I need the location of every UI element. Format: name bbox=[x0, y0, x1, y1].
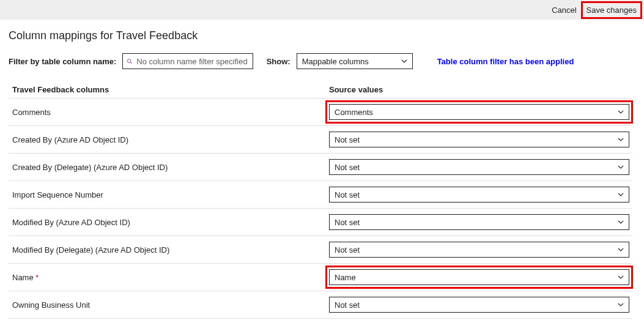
chevron-down-icon bbox=[618, 136, 624, 143]
row-select-wrap: Name bbox=[329, 269, 632, 285]
table-row: CommentsComments bbox=[9, 99, 632, 126]
source-value-select[interactable]: Not set bbox=[329, 214, 629, 230]
chevron-down-icon bbox=[401, 58, 407, 64]
filter-placeholder: No column name filter specified bbox=[136, 57, 247, 66]
svg-line-1 bbox=[131, 62, 133, 64]
show-label: Show: bbox=[267, 57, 291, 66]
row-label: Import Sequence Number bbox=[12, 190, 329, 199]
chevron-down-icon bbox=[618, 247, 624, 253]
source-value-select[interactable]: Not set bbox=[329, 187, 629, 203]
row-label: Comments bbox=[12, 108, 329, 117]
page-content: Column mappings for Travel Feedback Filt… bbox=[0, 20, 644, 319]
table-row: Owning Business UnitNot set bbox=[9, 291, 632, 319]
table-row: Modified By (Azure AD Object ID)Not set bbox=[9, 209, 632, 236]
source-value-text: Not set bbox=[335, 300, 360, 310]
row-select-wrap: Not set bbox=[329, 132, 632, 147]
chevron-down-icon bbox=[618, 192, 624, 198]
source-value-text: Name bbox=[335, 273, 356, 282]
table-row: Import Sequence NumberNot set bbox=[9, 181, 632, 209]
filter-row: Filter by table column name: No column n… bbox=[9, 53, 632, 69]
source-value-select[interactable]: Not set bbox=[329, 159, 629, 175]
source-value-select[interactable]: Not set bbox=[329, 297, 629, 313]
row-label: Name * bbox=[12, 273, 329, 282]
source-value-select[interactable]: Not set bbox=[329, 132, 629, 147]
chevron-down-icon bbox=[618, 164, 624, 170]
source-value-text: Not set bbox=[335, 218, 360, 227]
row-label: Modified By (Delegate) (Azure AD Object … bbox=[12, 245, 329, 255]
table-row: Created By (Azure AD Object ID)Not set bbox=[9, 126, 632, 154]
source-value-text: Not set bbox=[335, 245, 360, 255]
svg-point-0 bbox=[128, 59, 131, 62]
row-label: Created By (Delegate) (Azure AD Object I… bbox=[12, 163, 329, 172]
row-label: Owning Business Unit bbox=[12, 300, 329, 310]
table-row: Modified By (Delegate) (Azure AD Object … bbox=[9, 236, 632, 264]
header-left: Travel Feedback columns bbox=[12, 85, 329, 94]
cancel-button[interactable]: Cancel bbox=[548, 3, 580, 17]
search-icon bbox=[127, 58, 133, 64]
filter-input[interactable]: No column name filter specified bbox=[122, 53, 253, 69]
rows-container: CommentsCommentsCreated By (Azure AD Obj… bbox=[9, 99, 632, 319]
table-row: Created By (Delegate) (Azure AD Object I… bbox=[9, 154, 632, 181]
source-value-select[interactable]: Name bbox=[329, 269, 629, 285]
row-select-wrap: Not set bbox=[329, 214, 632, 230]
filter-applied-message: Table column filter has been applied bbox=[437, 57, 574, 66]
top-bar: Cancel Save changes bbox=[0, 0, 644, 20]
row-select-wrap: Not set bbox=[329, 242, 632, 258]
row-select-wrap: Not set bbox=[329, 297, 632, 313]
source-value-text: Not set bbox=[335, 190, 360, 199]
chevron-down-icon bbox=[618, 109, 624, 115]
header-right: Source values bbox=[329, 85, 632, 94]
row-label: Modified By (Azure AD Object ID) bbox=[12, 218, 329, 227]
table-row: Name *Name bbox=[9, 264, 632, 291]
source-value-text: Not set bbox=[335, 135, 360, 144]
row-select-wrap: Comments bbox=[329, 104, 632, 120]
source-value-text: Not set bbox=[335, 163, 360, 172]
filter-label: Filter by table column name: bbox=[9, 57, 116, 66]
columns-header: Travel Feedback columns Source values bbox=[9, 80, 632, 99]
required-indicator: * bbox=[34, 273, 39, 282]
show-select[interactable]: Mappable columns bbox=[297, 53, 413, 69]
chevron-down-icon bbox=[618, 302, 624, 308]
row-select-wrap: Not set bbox=[329, 187, 632, 203]
row-label: Created By (Azure AD Object ID) bbox=[12, 135, 329, 144]
source-value-select[interactable]: Comments bbox=[329, 104, 629, 120]
source-value-select[interactable]: Not set bbox=[329, 242, 629, 258]
source-value-text: Comments bbox=[335, 108, 373, 117]
page-title: Column mappings for Travel Feedback bbox=[9, 29, 632, 42]
chevron-down-icon bbox=[618, 274, 624, 280]
row-select-wrap: Not set bbox=[329, 159, 632, 175]
chevron-down-icon bbox=[618, 219, 624, 225]
save-changes-button[interactable]: Save changes bbox=[583, 3, 640, 17]
show-select-value: Mappable columns bbox=[302, 57, 369, 66]
